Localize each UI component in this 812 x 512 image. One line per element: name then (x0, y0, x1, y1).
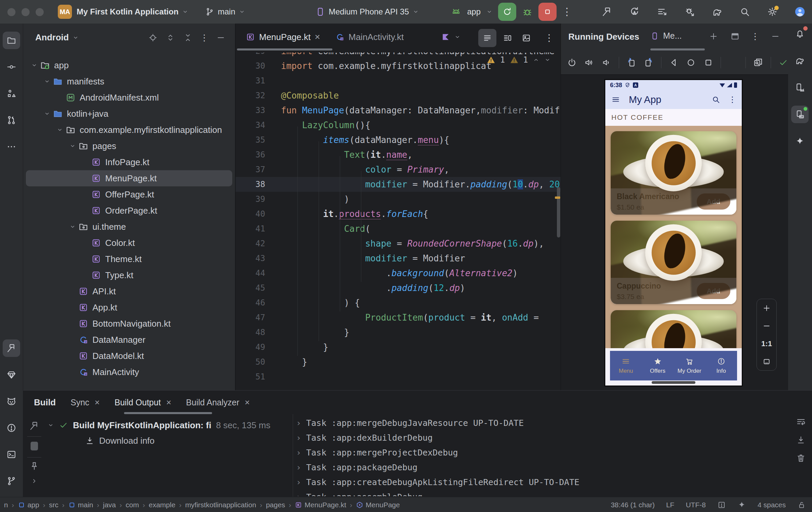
tool-strip-gemini[interactable] (791, 133, 809, 150)
zoom-reset-button[interactable]: 1:1 (761, 340, 772, 348)
home-button[interactable] (686, 57, 696, 68)
build-tab-build-analyzer[interactable]: Build Analyzer× (186, 397, 250, 408)
tree-item-type-kt[interactable]: Type.kt (26, 267, 232, 283)
device-tab[interactable]: Me... (650, 31, 682, 41)
inspection-widget[interactable]: 1 1 (487, 55, 551, 64)
line-separator[interactable]: LF (666, 501, 674, 509)
zoom-in-button[interactable] (762, 304, 771, 313)
scroll-to-end-icon[interactable] (796, 435, 806, 445)
tree-item-color-kt[interactable]: Color.kt (26, 235, 232, 251)
tree-item-app-kt[interactable]: App.kt (26, 299, 232, 316)
build-tab-sync[interactable]: Sync× (70, 397, 100, 408)
tree-item-api-kt[interactable]: API.kt (26, 283, 232, 299)
editor-tab-mainactivity.kt[interactable]: MainActivity.kt (335, 24, 404, 51)
pin-icon[interactable] (29, 461, 39, 471)
vcs-widget[interactable]: main (205, 0, 245, 24)
hide-panel-icon[interactable] (216, 33, 226, 43)
hide-device-panel-icon[interactable] (771, 32, 780, 41)
breadcrumb-item[interactable]: MenuPage.kt (295, 501, 346, 509)
encoding[interactable]: UTF-8 (686, 501, 706, 509)
expand-all-icon[interactable] (166, 33, 175, 43)
window-layout-icon[interactable] (730, 32, 740, 41)
tree-item-orderpage-kt[interactable]: OrderPage.kt (26, 203, 232, 219)
stop-button[interactable] (539, 3, 557, 21)
breadcrumb-item[interactable]: MenuPage (356, 501, 400, 509)
rotate-left-button[interactable] (627, 57, 636, 68)
tree-item-datamodel-kt[interactable]: DataModel.kt (26, 348, 232, 364)
select-opened-file-icon[interactable] (148, 33, 157, 43)
expand-arrow-icon[interactable]: › (296, 492, 306, 496)
code-area[interactable]: 1 1 29import com.example.myfirstkotlinap… (236, 52, 561, 390)
close-icon[interactable]: × (95, 397, 100, 408)
product-card[interactable]: Black Americano$1.50 eaAdd (611, 131, 736, 215)
avatar-icon[interactable] (794, 6, 805, 17)
tool-strip-structure[interactable] (3, 85, 20, 102)
stop-process-button[interactable] (31, 442, 38, 451)
tool-strip-more-tool-windows[interactable] (3, 138, 20, 155)
bugarrow-icon[interactable] (684, 6, 695, 17)
tree-item-datamanager[interactable]: DataManager (26, 332, 232, 348)
tool-strip-notifications[interactable] (791, 25, 809, 43)
tree-item-androidmanifest-xml[interactable]: AndroidManifest.xml (26, 89, 232, 106)
close-icon[interactable]: × (315, 32, 320, 43)
rotate-right-button[interactable] (644, 57, 654, 68)
tree-item-manifests[interactable]: manifests (26, 73, 232, 89)
product-card[interactable]: Cappuccino$3.75 eaAdd (611, 221, 736, 304)
expand-arrow-icon[interactable]: › (296, 462, 306, 472)
tree-item-bottomnavigation-kt[interactable]: BottomNavigation.kt (26, 316, 232, 332)
build-filter-icon[interactable] (29, 421, 39, 431)
build-tab-build-output[interactable]: Build Output× (115, 397, 171, 408)
tree-item-infopage-kt[interactable]: InfoPage.kt (26, 154, 232, 170)
device-ok-button[interactable] (778, 57, 788, 68)
caret-position[interactable]: 38:46 (1 char) (611, 501, 655, 509)
nav-item-info[interactable]: Info (705, 351, 737, 380)
syncA-icon[interactable] (629, 6, 640, 17)
tool-strip-pull-requests[interactable] (3, 111, 20, 129)
drawer-menu-icon[interactable] (611, 95, 620, 104)
tool-strip-app-quality-insights[interactable] (3, 366, 20, 383)
back-button[interactable] (669, 57, 678, 68)
file-writable[interactable] (797, 501, 806, 509)
build-child-row[interactable]: Download info (48, 433, 310, 449)
breadcrumb-item[interactable]: com (126, 501, 139, 509)
tool-strip-problems[interactable] (3, 419, 20, 437)
next-problem-icon[interactable] (544, 56, 551, 63)
add-device-icon[interactable] (709, 32, 718, 41)
device-selector[interactable]: Medium Phone API 35 (315, 0, 419, 24)
tool-strip-version-control[interactable] (3, 472, 20, 490)
tool-strip-project[interactable] (3, 32, 20, 49)
editor-tab-menupage.kt[interactable]: MenuPage.kt× (246, 24, 320, 51)
build-result-row[interactable]: Build MyFirstKotlinApplication: fi 8 sec… (48, 417, 310, 433)
ai-assistant[interactable] (737, 501, 746, 509)
close-icon[interactable]: × (166, 397, 171, 408)
gear-icon[interactable] (767, 6, 778, 17)
tree-item-mainactivity[interactable]: MainActivity (26, 364, 232, 380)
tree-item-menupage-kt[interactable]: MenuPage.kt (26, 170, 232, 186)
code-view-button[interactable] (478, 29, 496, 47)
breadcrumb-item[interactable]: app (18, 501, 39, 509)
tool-strip-terminal[interactable] (3, 446, 20, 463)
tree-item-com-example-myfirstkotlinapplication[interactable]: com.example.myfirstkotlinapplication (26, 122, 232, 138)
expand-arrow-icon[interactable]: › (296, 448, 306, 458)
rerun-button[interactable] (498, 3, 516, 21)
tool-strip-commit[interactable] (3, 58, 20, 76)
breadcrumb-item[interactable]: pages (266, 501, 285, 509)
zoom-fit-button[interactable] (762, 357, 771, 366)
volume-down-button[interactable] (602, 57, 611, 68)
breadcrumb-item[interactable]: src (49, 501, 58, 509)
more-button[interactable] (728, 57, 738, 68)
gesture-pill[interactable] (652, 381, 695, 384)
elephant-icon[interactable] (712, 6, 723, 17)
split-view-button[interactable] (498, 29, 517, 47)
tool-strip-gradle[interactable] (791, 52, 809, 69)
tool-strip-device-manager[interactable] (791, 79, 809, 96)
prev-problem-icon[interactable] (533, 56, 540, 63)
breadcrumb-item[interactable]: myfirstkotlinapplication (185, 501, 256, 509)
breadcrumb-item[interactable]: n (4, 501, 8, 509)
search-icon[interactable] (740, 6, 750, 17)
project-view-selector[interactable]: Android (35, 32, 79, 43)
emulator-screen[interactable]: 6:38 A My App ⋮ HOT COFFEE Black America… (605, 80, 742, 385)
chevron-down-icon[interactable] (486, 8, 493, 15)
project-widget[interactable]: My First Kotlin Application (77, 0, 188, 24)
hammer-icon[interactable] (602, 6, 612, 17)
